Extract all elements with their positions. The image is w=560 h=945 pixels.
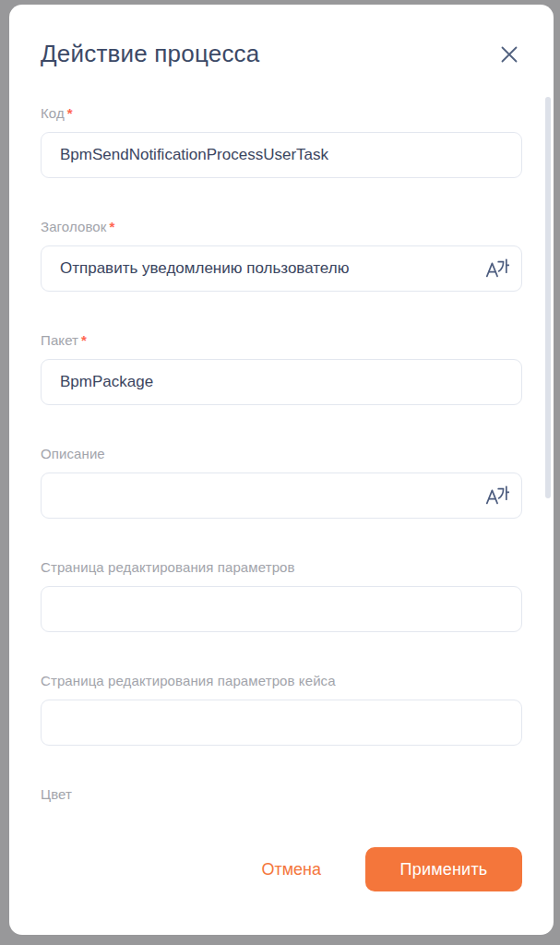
close-icon — [498, 54, 520, 68]
field-label-text: Страница редактирования параметров кейса — [41, 673, 336, 688]
dialog-footer: Отмена Применить — [261, 847, 522, 891]
required-asterisk: * — [81, 332, 87, 348]
case-params-page-input[interactable] — [41, 700, 522, 746]
field-label: Цвет — [41, 786, 522, 802]
field-code: Код* — [41, 105, 522, 178]
field-label-text: Пакет — [41, 332, 78, 348]
translate-icon[interactable] — [484, 484, 509, 508]
apply-button[interactable]: Применить — [365, 847, 522, 891]
field-params-page: Страница редактирования параметров — [41, 559, 522, 632]
field-color: Цвет — [41, 786, 522, 802]
dialog-header: Действие процесса — [41, 5, 522, 68]
required-asterisk: * — [109, 219, 114, 234]
field-label: Страница редактирования параметров кейса — [41, 673, 522, 688]
title-input[interactable] — [41, 245, 522, 292]
description-input[interactable] — [41, 472, 522, 519]
field-label-text: Код — [41, 105, 65, 121]
close-button[interactable] — [496, 42, 522, 67]
scrollbar-thumb[interactable] — [545, 97, 551, 498]
package-input[interactable] — [41, 359, 522, 405]
field-description: Описание — [41, 446, 522, 519]
input-wrap — [41, 700, 522, 746]
input-wrap — [41, 586, 522, 632]
code-input[interactable] — [41, 132, 522, 178]
input-wrap — [41, 132, 522, 178]
field-label-text: Заголовок — [41, 219, 106, 234]
field-label: Заголовок* — [41, 219, 522, 234]
process-action-dialog: Действие процесса Код* Заголовок* — [9, 5, 554, 935]
field-label: Пакет* — [41, 332, 522, 348]
field-label-text: Цвет — [41, 786, 72, 802]
input-wrap — [41, 472, 522, 519]
required-asterisk: * — [67, 105, 73, 121]
field-label: Код* — [41, 105, 522, 121]
field-label-text: Страница редактирования параметров — [41, 559, 295, 575]
cancel-button[interactable]: Отмена — [261, 860, 321, 879]
translate-icon[interactable] — [484, 257, 509, 281]
field-label: Описание — [41, 446, 522, 461]
field-label-text: Описание — [41, 446, 105, 461]
dialog-title: Действие процесса — [41, 40, 259, 68]
input-wrap — [41, 245, 522, 292]
field-case-params-page: Страница редактирования параметров кейса — [41, 673, 522, 746]
params-page-input[interactable] — [41, 586, 522, 632]
field-package: Пакет* — [41, 332, 522, 405]
field-label: Страница редактирования параметров — [41, 559, 522, 575]
input-wrap — [41, 359, 522, 405]
dialog-body: Код* Заголовок* — [41, 105, 522, 802]
field-title: Заголовок* — [41, 219, 522, 292]
